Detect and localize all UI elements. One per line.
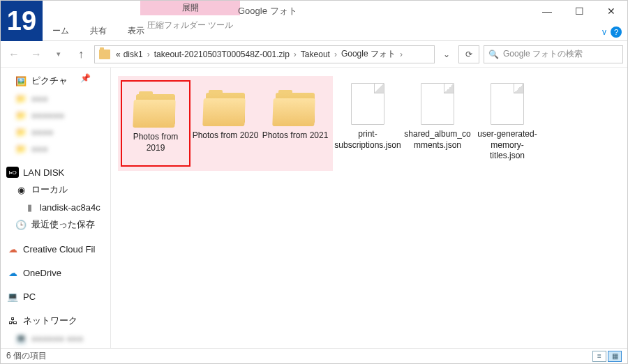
details-view-button[interactable]: ≡: [592, 351, 606, 362]
sidebar-item-label: LAN DISK: [23, 167, 64, 178]
status-bar: 6 個の項目 ≡ ▦: [1, 348, 627, 363]
landisk-icon: I•O: [6, 167, 19, 178]
sidebar-item-recent[interactable]: 🕒 最近使った保存: [1, 215, 110, 234]
chevron-right-icon: ›: [292, 50, 298, 59]
folder-icon: [133, 91, 178, 128]
sidebar-item-blurred[interactable]: 💻●●●●●● ●●●: [1, 330, 110, 347]
item-label: Photos from 2020: [192, 130, 259, 161]
folder-item[interactable]: Photos from 2020: [190, 80, 260, 167]
item-label: Photos from 2021: [262, 130, 329, 161]
sidebar-item-label: OneDrive: [23, 268, 61, 278]
address-bar: ← → ▾ ↑ « disk1 › takeout-20210503T00054…: [1, 41, 627, 68]
search-input[interactable]: 🔍 Google フォトの検索: [484, 45, 623, 63]
breadcrumb[interactable]: « disk1 › takeout-20210503T000548Z-001.z…: [94, 45, 435, 63]
folder-icon: [203, 90, 248, 126]
chevron-right-icon: ›: [398, 50, 404, 59]
chevron-right-icon: ›: [333, 50, 338, 59]
ribbon-right-controls: v ?: [602, 26, 622, 38]
context-tab[interactable]: 圧縮フォルダー ツール: [140, 15, 240, 36]
ribbon-tabs: ーム 共有 表示: [43, 21, 154, 40]
items-grid: Photos from 2019 Photos from 2020 Photos…: [118, 76, 620, 171]
breadcrumb-part[interactable]: disk1: [124, 50, 143, 59]
window-controls: — ☐ ✕: [531, 1, 627, 22]
creative-cloud-icon: ☁: [6, 243, 19, 255]
sidebar-item-blurred[interactable]: 📁●●●: [1, 140, 110, 157]
sidebar-item-local[interactable]: ◉ ローカル: [1, 181, 110, 199]
minimize-button[interactable]: —: [531, 1, 563, 22]
icons-view-button[interactable]: ▦: [608, 351, 622, 362]
local-icon: ◉: [15, 184, 27, 195]
sidebar-item-onedrive[interactable]: ☁ OneDrive: [1, 264, 110, 281]
sidebar-item-blurred[interactable]: 💻●●●●● ●: [1, 347, 110, 348]
ribbon-collapse-icon[interactable]: v: [602, 27, 606, 37]
sidebar-item-network[interactable]: 🖧 ネットワーク: [1, 312, 110, 330]
sidebar-item-landisk[interactable]: I•O LAN DISK: [1, 164, 110, 181]
item-label: shared_album_comments.json: [404, 129, 471, 160]
folder-icon: 📁: [15, 109, 27, 121]
view-toggles: ≡ ▦: [592, 351, 622, 362]
forward-button[interactable]: →: [27, 45, 45, 63]
folder-icon: [273, 90, 317, 126]
sidebar-item-label: ピクチャ: [31, 75, 68, 87]
close-button[interactable]: ✕: [595, 1, 627, 22]
pictures-icon: 🖼️: [15, 75, 27, 86]
sidebar-item-pictures[interactable]: 🖼️ ピクチャ: [1, 72, 110, 90]
titlebar: 19 ーム 共有 表示 展開 圧縮フォルダー ツール Google フォト — …: [1, 1, 627, 41]
file-icon: [421, 83, 454, 125]
sidebar-item-label: PC: [23, 291, 36, 302]
step-badge: 19: [1, 1, 43, 41]
file-icon: [491, 83, 524, 125]
breadcrumb-part[interactable]: Takeout: [301, 50, 330, 59]
breadcrumb-history-dropdown[interactable]: ⌄: [439, 50, 454, 59]
sidebar-item-blurred[interactable]: 📁●●●●: [1, 123, 110, 140]
folder-item[interactable]: Photos from 2019: [121, 80, 190, 167]
main-area: 📌 🖼️ ピクチャ 📁●●● 📁●●●●●● 📁●●●● 📁●●● I•O LA…: [1, 68, 627, 348]
pc-icon: 💻: [6, 291, 19, 302]
sidebar-item-creative-cloud[interactable]: ☁ Creative Cloud Fil: [1, 241, 110, 257]
tab-share[interactable]: 共有: [86, 22, 111, 40]
sidebar-item-label: ローカル: [31, 183, 68, 196]
window-title: Google フォト: [238, 5, 297, 17]
nas-icon: ▮: [23, 202, 36, 213]
file-list[interactable]: Photos from 2019 Photos from 2020 Photos…: [111, 68, 627, 348]
sidebar-item-label: 最近使った保存: [31, 218, 95, 231]
sidebar-item-blurred[interactable]: 📁●●●●●●: [1, 107, 110, 123]
item-label: print-subscriptions.json: [334, 129, 401, 160]
sidebar-item-pc[interactable]: 💻 PC: [1, 288, 110, 305]
help-icon[interactable]: ?: [611, 26, 622, 38]
item-label: Photos from 2019: [124, 132, 188, 162]
pin-icon[interactable]: 📌: [80, 73, 91, 83]
folder-icon: 📁: [15, 143, 27, 154]
navigation-pane: 📌 🖼️ ピクチャ 📁●●● 📁●●●●●● 📁●●●● 📁●●● I•O LA…: [1, 68, 111, 348]
sidebar-item-blurred[interactable]: 📁●●●: [1, 90, 110, 107]
recent-dropdown[interactable]: ▾: [50, 45, 68, 63]
folder-icon: 📁: [15, 93, 27, 104]
item-count: 6 個の項目: [6, 350, 47, 362]
network-icon: 🖧: [6, 315, 19, 326]
file-item[interactable]: shared_album_comments.json: [403, 76, 472, 162]
search-placeholder: Google フォトの検索: [503, 48, 583, 60]
onedrive-icon: ☁: [6, 267, 19, 278]
maximize-button[interactable]: ☐: [563, 1, 595, 22]
search-icon: 🔍: [488, 50, 499, 59]
tab-home[interactable]: ーム: [48, 22, 73, 40]
file-item[interactable]: user-generated-memory-titles.json: [472, 76, 542, 165]
context-label: 展開: [140, 1, 240, 15]
file-item[interactable]: print-subscriptions.json: [333, 76, 403, 162]
folder-icon: 📁: [15, 126, 27, 137]
breadcrumb-lead: «: [116, 50, 121, 59]
item-label: user-generated-memory-titles.json: [474, 129, 541, 162]
folder-item[interactable]: Photos from 2021: [260, 80, 330, 167]
clock-icon: 🕒: [15, 219, 27, 230]
sidebar-item-label: Creative Cloud Fil: [23, 244, 95, 255]
breadcrumb-part[interactable]: Google フォト: [341, 48, 396, 60]
sidebar-item-label: landisk-ac8a4c: [40, 202, 100, 213]
sidebar-item-landisk-node[interactable]: ▮ landisk-ac8a4c: [1, 199, 110, 215]
back-button[interactable]: ←: [5, 45, 23, 63]
sidebar-item-label: ネットワーク: [23, 314, 77, 327]
selection-highlight: Photos from 2019 Photos from 2020 Photos…: [118, 76, 333, 171]
up-button[interactable]: ↑: [72, 45, 90, 63]
breadcrumb-part[interactable]: takeout-20210503T000548Z-001.zip: [154, 50, 290, 59]
refresh-button[interactable]: ⟳: [458, 45, 479, 63]
chevron-right-icon: ›: [146, 50, 151, 59]
